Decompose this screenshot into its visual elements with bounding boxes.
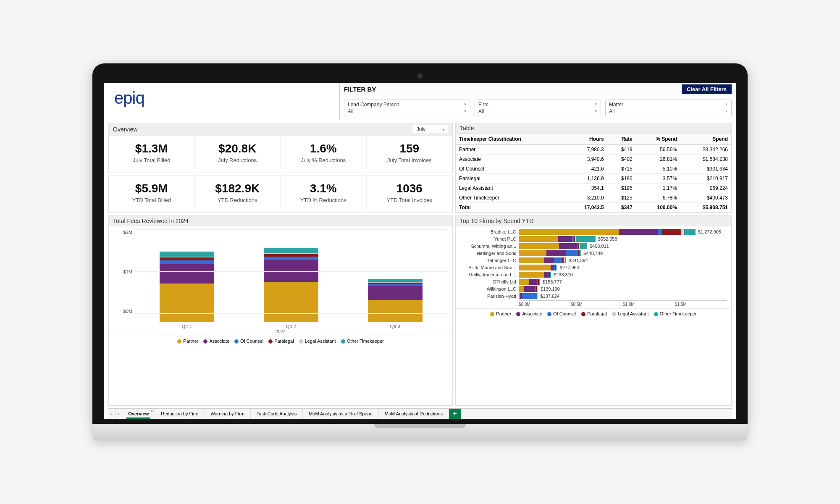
filter-firm[interactable]: Firm∨ All∨ bbox=[475, 100, 601, 116]
hbar-segment[interactable] bbox=[546, 250, 566, 256]
tab-overview[interactable]: Overview× bbox=[122, 409, 155, 419]
hbar-row[interactable]: Bradtke LLC $1,272,905 bbox=[460, 229, 727, 235]
table-header[interactable]: Spend bbox=[680, 134, 731, 145]
legend-item[interactable]: Other Timekeeper bbox=[654, 311, 697, 316]
legend-item[interactable]: Partner bbox=[177, 339, 198, 344]
legend-item[interactable]: Paralegal bbox=[581, 311, 606, 316]
hbar-segment[interactable] bbox=[559, 243, 577, 249]
tab-reduction-by-firm[interactable]: Reduction by Firm bbox=[155, 409, 205, 419]
legend-item[interactable]: Other Timekeeper bbox=[341, 339, 384, 344]
kpi-value: 1.6% bbox=[282, 142, 365, 155]
kpi-card: $5.9M YTD Total Billed bbox=[109, 176, 195, 209]
content-grid: Overview July ▾ $1.3M July Total Billed … bbox=[104, 120, 736, 419]
legend-swatch bbox=[341, 339, 345, 344]
hbar-segment[interactable] bbox=[565, 257, 566, 263]
hbar-segment[interactable] bbox=[538, 293, 538, 299]
hbar-segment[interactable] bbox=[580, 250, 581, 256]
hbar-segment[interactable] bbox=[524, 286, 535, 292]
hbar-segment[interactable] bbox=[529, 279, 537, 285]
hbar-segment[interactable] bbox=[558, 236, 572, 242]
hbar-segment[interactable] bbox=[519, 250, 546, 256]
hbar-segment[interactable] bbox=[519, 265, 551, 270]
tab-warning-by-firm[interactable]: Warning by Firm bbox=[205, 409, 251, 419]
table-cell: 3.57% bbox=[636, 174, 680, 184]
filter-lead company person[interactable]: Lead Company Person∨ All∨ bbox=[344, 100, 470, 116]
table-cell: $210,917 bbox=[680, 174, 731, 184]
legend-item[interactable]: Associate bbox=[516, 311, 542, 316]
legend-item[interactable]: Paralegal bbox=[268, 339, 294, 344]
hbar-row[interactable]: Hettinger and Sons $448,749 bbox=[460, 250, 727, 256]
hbar-segment[interactable] bbox=[519, 279, 529, 285]
hbar-row[interactable]: Reilly, Anderson and ... $233,310 bbox=[460, 272, 727, 278]
hbar-label: Hettinger and Sons bbox=[460, 251, 519, 256]
legend-item[interactable]: Of Counsel bbox=[547, 311, 576, 316]
legend-swatch bbox=[299, 339, 303, 344]
legend-item[interactable]: Legal Assistant bbox=[299, 339, 336, 344]
hbar-row[interactable]: Wilkinson LLC $139,190 bbox=[460, 286, 727, 292]
hbar-segment[interactable] bbox=[519, 236, 558, 242]
hbar-segment[interactable] bbox=[522, 293, 537, 299]
tab-mom-analysis-of-reductions[interactable]: MoM Analysis of Reductions bbox=[379, 409, 449, 419]
legend-swatch bbox=[203, 339, 207, 344]
hbar-row[interactable]: Bahringer LLC $341,394 bbox=[460, 257, 727, 263]
hbar-value: $341,394 bbox=[569, 258, 588, 263]
table-cell: $186 bbox=[607, 174, 636, 184]
filter-matter[interactable]: Matter∨ All∨ bbox=[605, 100, 732, 116]
table-row[interactable]: Associate3,940.6$40226.81%$1,584,238 bbox=[456, 155, 731, 164]
clear-all-filters-button[interactable]: Clear All Filters bbox=[682, 84, 732, 94]
hbar-row[interactable]: Blick, Moore and Sau... $277,984 bbox=[460, 265, 727, 270]
table-row[interactable]: Legal Assistant354.1$1951.17%$69,224 bbox=[456, 184, 731, 193]
hbar-segment[interactable] bbox=[544, 257, 554, 263]
hbar-row[interactable]: Parisian-Hyatt $137,624 bbox=[460, 293, 727, 299]
table-header[interactable]: Hours bbox=[565, 134, 607, 145]
fees-chart-panel: Total Fees Reviewed in 2024 $2M$1M$0M Qt… bbox=[108, 215, 453, 406]
hbar-segment[interactable] bbox=[544, 272, 548, 278]
tab-nav-next[interactable]: › bbox=[116, 410, 123, 418]
hbar-segment[interactable] bbox=[619, 229, 658, 235]
hbar-segment[interactable] bbox=[519, 243, 559, 249]
hbar-segment[interactable] bbox=[519, 229, 619, 235]
hbar-row[interactable]: O'Reilly Ltd $153,777 bbox=[460, 279, 727, 285]
hbar-row[interactable]: Yundt PLC $552,558 bbox=[460, 236, 727, 242]
stacked-bar-chart[interactable]: $2M$1M$0M bbox=[114, 230, 447, 322]
firms-hbar-chart[interactable]: Bradtke LLC $1,272,905 Yundt PLC $552,55… bbox=[456, 226, 731, 308]
xtick: Qtr 1 bbox=[182, 324, 192, 329]
hbar-segment[interactable] bbox=[551, 265, 554, 270]
hbar-segment[interactable] bbox=[662, 229, 681, 235]
hbar-segment[interactable] bbox=[684, 229, 695, 235]
tab-task-code-analysis[interactable]: Task Code Analysis bbox=[251, 409, 303, 419]
hbar-segment[interactable] bbox=[550, 272, 551, 278]
tab-mom-analysis-as-a-of-spend[interactable]: MoM Analysis as a % of Spend bbox=[303, 409, 379, 419]
legend-item[interactable]: Legal Assistant bbox=[612, 311, 649, 316]
table-row[interactable]: Partner7,980.3$41956.56%$3,342,266 bbox=[456, 145, 731, 155]
kpi-label: July Total Invoices bbox=[368, 157, 451, 163]
add-tab-button[interactable]: + bbox=[449, 409, 461, 419]
legend-item[interactable]: Partner bbox=[490, 311, 511, 316]
hbar-segment[interactable] bbox=[580, 243, 587, 249]
hbar-segment[interactable] bbox=[539, 279, 540, 285]
hbar-segment[interactable] bbox=[519, 272, 544, 278]
tab-nav-prev[interactable]: ‹ bbox=[108, 410, 116, 418]
table-row[interactable]: Other Timekeeper3,210.0$1256.78%$400,473 bbox=[456, 193, 731, 203]
table-row[interactable]: Paralegal1,136.9$1863.57%$210,917 bbox=[456, 174, 731, 184]
legend-item[interactable]: Associate bbox=[203, 339, 229, 344]
hbar-segment[interactable] bbox=[658, 229, 662, 235]
month-dropdown[interactable]: July ▾ bbox=[413, 125, 448, 134]
hbar-segment[interactable] bbox=[554, 257, 562, 263]
hbar-segment[interactable] bbox=[519, 257, 544, 263]
hbar-segment[interactable] bbox=[556, 265, 557, 270]
table-header[interactable]: % Spend bbox=[636, 134, 680, 145]
hbar-segment[interactable] bbox=[538, 286, 538, 292]
legend-item[interactable]: Of Counsel bbox=[234, 339, 263, 344]
table-header[interactable]: Timekeeper Classification bbox=[456, 134, 565, 145]
table-header[interactable]: Rate bbox=[607, 134, 636, 145]
kpi-value: $1.3M bbox=[110, 142, 193, 155]
hbar-segment[interactable] bbox=[681, 229, 685, 235]
hbar-segment[interactable] bbox=[519, 286, 524, 292]
table-row[interactable]: Of Counsel421.6$7155.10%$301,634 bbox=[456, 164, 731, 174]
filter-label: Matter bbox=[609, 102, 623, 108]
hbar-row[interactable]: Schumm, Witting an... $493,011 bbox=[460, 243, 727, 249]
hbar-segment[interactable] bbox=[576, 236, 595, 242]
hbar-segment[interactable] bbox=[566, 250, 578, 256]
close-icon[interactable]: × bbox=[151, 409, 153, 413]
